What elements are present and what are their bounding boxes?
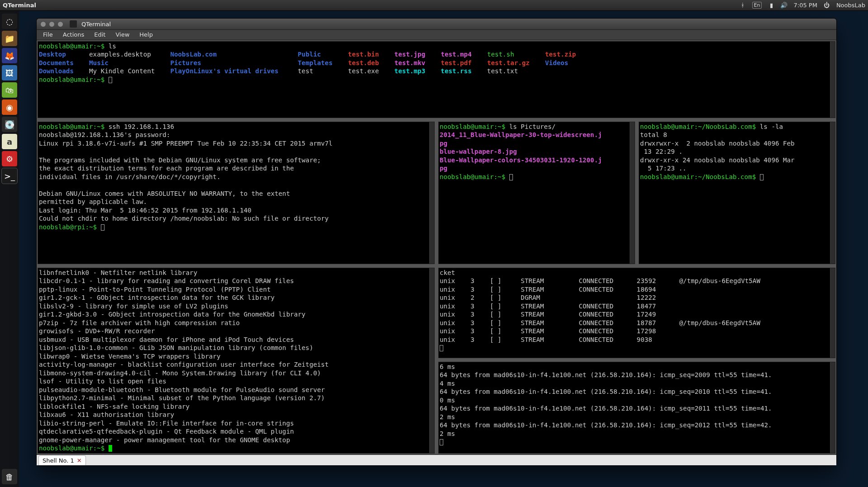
window-app-icon xyxy=(70,20,77,28)
volume-icon[interactable]: 🔊 xyxy=(781,2,787,9)
window-minimize-button[interactable] xyxy=(49,21,55,27)
top-panel: QTerminal ᚼ En ▮ 🔊 7:05 PM ⏻ NoobsLab xyxy=(0,0,868,11)
dock-trash[interactable]: 🗑 xyxy=(2,469,17,484)
session-user[interactable]: NoobsLab xyxy=(836,2,865,9)
bluetooth-icon[interactable]: ᚼ xyxy=(740,2,746,9)
menu-edit[interactable]: Edit xyxy=(90,30,110,39)
dock-software[interactable]: 🛍 xyxy=(2,82,17,98)
window-titlebar[interactable]: QTerminal xyxy=(37,19,836,30)
qterminal-window: QTerminal FileActionsEditViewHelp noobsl… xyxy=(36,18,837,466)
terminal-pane-top[interactable]: noobslab@umair:~$ ls Desktop examples.de… xyxy=(38,41,835,118)
dock-terminal[interactable]: >_ xyxy=(2,168,17,184)
dock-ubuntu[interactable]: ◉ xyxy=(2,99,17,115)
tab-label: Shell No. 1 xyxy=(43,457,74,464)
terminal-pane-ssh[interactable]: noobslab@umair:~$ ssh 192.168.1.136 noob… xyxy=(38,122,435,264)
menu-file[interactable]: File xyxy=(38,30,57,39)
dock-files[interactable]: 📁 xyxy=(2,31,17,46)
dock-screenshot[interactable]: 🖼 xyxy=(2,65,17,80)
terminal-pane-packages[interactable]: libnfnetlink0 - Netfilter netlink librar… xyxy=(38,268,435,454)
tab-close-icon[interactable]: ✕ xyxy=(77,457,82,464)
dock-disks[interactable]: 💽 xyxy=(2,117,17,132)
menu-bar: FileActionsEditViewHelp xyxy=(37,30,836,40)
battery-icon[interactable]: ▮ xyxy=(768,2,774,9)
dock-firefox[interactable]: 🦊 xyxy=(2,48,17,63)
menu-help[interactable]: Help xyxy=(135,30,157,39)
system-tray: ᚼ En ▮ 🔊 7:05 PM ⏻ NoobsLab xyxy=(740,2,865,9)
session-icon[interactable]: ⏻ xyxy=(824,2,830,9)
panel-app-title: QTerminal xyxy=(3,2,36,9)
dock-show-apps[interactable]: ◌ xyxy=(2,14,17,29)
window-title: QTerminal xyxy=(81,21,111,28)
terminal-pane-netstat[interactable]: cket unix 3 [ ] STREAM CONNECTED 23592 @… xyxy=(438,268,835,358)
menu-actions[interactable]: Actions xyxy=(58,30,89,39)
terminal-split-grid: noobslab@umair:~$ ls Desktop examples.de… xyxy=(37,40,836,454)
terminal-pane-lsla[interactable]: noobslab@umair:~/NoobsLab.com$ ls -la to… xyxy=(639,122,835,264)
launcher-dock: ◌📁🦊🖼🛍◉💽a⚙>_🗑 xyxy=(0,11,19,487)
window-maximize-button[interactable] xyxy=(57,21,63,27)
clock[interactable]: 7:05 PM xyxy=(793,2,817,9)
menu-view[interactable]: View xyxy=(111,30,134,39)
dock-amazon[interactable]: a xyxy=(2,134,17,149)
dock-settings[interactable]: ⚙ xyxy=(2,151,17,166)
tab-shell-1[interactable]: Shell No. 1 ✕ xyxy=(38,455,86,465)
tab-bar: Shell No. 1 ✕ xyxy=(37,454,836,465)
terminal-pane-pictures[interactable]: noobslab@umair:~$ ls Pictures/ 2014_11_B… xyxy=(438,122,635,264)
keyboard-indicator[interactable]: En xyxy=(752,2,762,9)
terminal-pane-ping[interactable]: 6 ms 64 bytes from mad06s10-in-f4.1e100.… xyxy=(438,362,835,454)
window-close-button[interactable] xyxy=(40,21,46,27)
